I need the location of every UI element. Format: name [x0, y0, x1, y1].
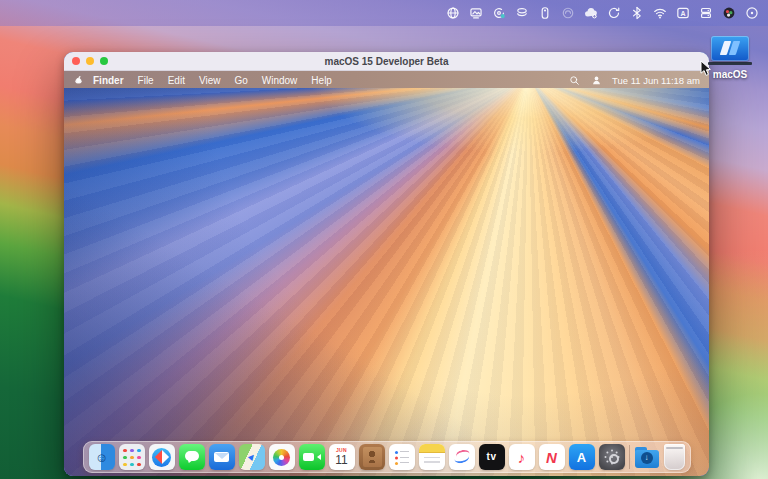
- music-glyph: ♪: [518, 450, 526, 465]
- display-mirroring-icon[interactable]: [469, 6, 483, 20]
- notes-dock-icon[interactable]: [419, 444, 445, 470]
- trash-dock-icon[interactable]: [664, 444, 685, 470]
- vm-status-icons: [568, 73, 604, 87]
- vm-menubar: FinderFileEditViewGoWindowHelp Tue 11 Ju…: [64, 71, 709, 89]
- calendar-dock-icon[interactable]: JUN11: [329, 444, 355, 470]
- color-status-icon[interactable]: [722, 6, 736, 20]
- vm-menubar-right: Tue 11 Jun 11:18 am: [568, 73, 700, 87]
- host-status-icons: A: [446, 6, 759, 20]
- photos-dock-icon[interactable]: [269, 444, 295, 470]
- mouse-cursor-icon: [700, 60, 712, 81]
- news-glyph: N: [546, 450, 557, 465]
- sync-icon[interactable]: [607, 6, 621, 20]
- stacked-disks-icon[interactable]: [699, 6, 713, 20]
- traffic-lights: [64, 57, 108, 65]
- vm-window[interactable]: macOS 15 Developer Beta FinderFileEditVi…: [64, 52, 709, 476]
- music-dock-icon[interactable]: ♪: [509, 444, 535, 470]
- user-switching-icon[interactable]: [590, 73, 604, 87]
- menu-file[interactable]: File: [131, 75, 161, 86]
- menu-edit[interactable]: Edit: [161, 75, 192, 86]
- dock-separator: [629, 445, 630, 469]
- app-store-glyph: A: [577, 451, 586, 464]
- vm-monitor-base: [708, 62, 752, 65]
- app-store-dock-icon[interactable]: A: [569, 444, 595, 470]
- layers-icon[interactable]: [515, 6, 529, 20]
- spotlight-search-icon[interactable]: [568, 73, 582, 87]
- menu-view[interactable]: View: [192, 75, 228, 86]
- contacts-dock-icon[interactable]: [359, 444, 385, 470]
- system-settings-dock-icon[interactable]: [599, 444, 625, 470]
- news-dock-icon[interactable]: N: [539, 444, 565, 470]
- launchpad-dock-icon[interactable]: [119, 444, 145, 470]
- apple-tv-dock-icon[interactable]: tv: [479, 444, 505, 470]
- swirl-app-icon[interactable]: [492, 6, 506, 20]
- control-center-icon[interactable]: [745, 6, 759, 20]
- facetime-dock-icon[interactable]: [299, 444, 325, 470]
- apple-tv-glyph: tv: [487, 452, 497, 462]
- safari-dock-icon[interactable]: [149, 444, 175, 470]
- vm-desktop-wallpaper: ☺▲JUN11tv♪NA↓: [64, 88, 709, 476]
- messages-dock-icon[interactable]: [179, 444, 205, 470]
- screen: A macOS macOS 15 Developer Beta FinderFi…: [0, 0, 768, 479]
- dock: ☺▲JUN11tv♪NA↓: [83, 441, 691, 473]
- vm-menu-items: FinderFileEditViewGoWindowHelp: [86, 75, 339, 86]
- maps-glyph: ▲: [244, 450, 258, 464]
- cloud-app-icon[interactable]: [584, 6, 598, 20]
- vm-window-titlebar[interactable]: macOS 15 Developer Beta: [64, 52, 709, 71]
- reminders-dock-icon[interactable]: [389, 444, 415, 470]
- maps-dock-icon[interactable]: ▲: [239, 444, 265, 470]
- downloads-folder-dock-icon[interactable]: ↓: [634, 444, 660, 470]
- vm-monitor-icon: [711, 36, 749, 61]
- finder-glyph: ☺: [95, 451, 108, 464]
- bluetooth-icon[interactable]: [630, 6, 644, 20]
- apple-menu-icon[interactable]: [73, 75, 84, 86]
- dimmed-app-icon[interactable]: [561, 6, 575, 20]
- host-menubar: A: [0, 0, 768, 26]
- menu-window[interactable]: Window: [255, 75, 305, 86]
- menu-help[interactable]: Help: [304, 75, 339, 86]
- vm-window-title: macOS 15 Developer Beta: [64, 56, 709, 67]
- close-button[interactable]: [72, 57, 80, 65]
- wifi-icon[interactable]: [653, 6, 667, 20]
- vm-menubar-clock[interactable]: Tue 11 Jun 11:18 am: [612, 75, 700, 86]
- calendar-day-label: 11: [335, 454, 347, 466]
- minimize-button[interactable]: [86, 57, 94, 65]
- menu-finder[interactable]: Finder: [86, 75, 131, 86]
- freeform-dock-icon[interactable]: [449, 444, 475, 470]
- finder-dock-icon[interactable]: ☺: [89, 444, 115, 470]
- downloads-folder-glyph: ↓: [641, 452, 653, 464]
- zoom-button[interactable]: [100, 57, 108, 65]
- menu-go[interactable]: Go: [227, 75, 254, 86]
- battery-case-icon[interactable]: [538, 6, 552, 20]
- mail-dock-icon[interactable]: [209, 444, 235, 470]
- svg-text:A: A: [680, 10, 685, 17]
- globe-icon[interactable]: [446, 6, 460, 20]
- input-source-icon[interactable]: A: [676, 6, 690, 20]
